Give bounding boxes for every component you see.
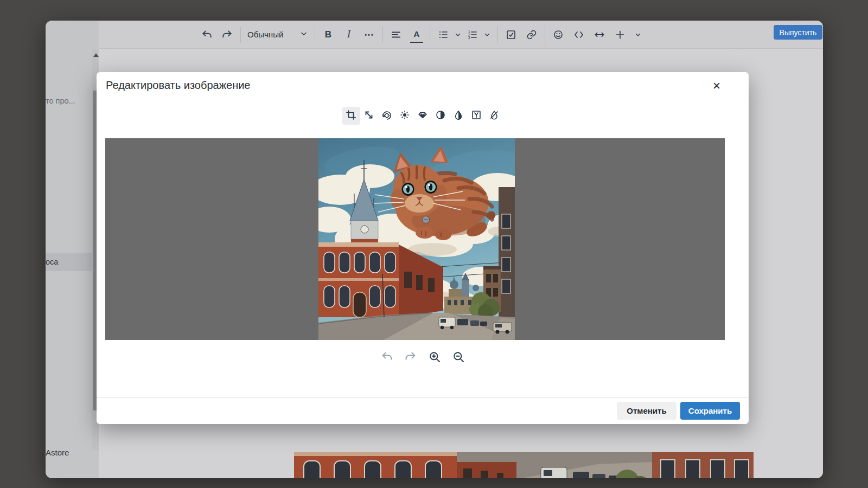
brightness-icon: [399, 110, 410, 122]
left-right-arrow-icon: [593, 29, 605, 41]
rotate-left-icon: [381, 110, 392, 122]
numbered-list-chevron[interactable]: [483, 27, 491, 43]
canvas-controls: [97, 350, 749, 365]
paragraph-style-dropdown[interactable]: Обычный: [247, 29, 308, 40]
contrast-tool-button[interactable]: [432, 107, 450, 125]
undo-icon: [380, 350, 393, 365]
redo-icon: [404, 350, 417, 365]
zoom-in-button[interactable]: [427, 350, 442, 365]
image-tools-row: [97, 107, 749, 125]
insert-block-button[interactable]: [614, 27, 627, 43]
align-left-icon: [391, 29, 401, 40]
droplet-half-icon: [453, 110, 464, 122]
saturation-tool-button[interactable]: [450, 107, 468, 125]
more-formatting-button[interactable]: •••: [363, 27, 376, 43]
italic-button[interactable]: I: [342, 27, 355, 43]
toolbar-separator: [240, 27, 241, 43]
toolbar-separator: [315, 27, 315, 43]
gem-icon: [417, 110, 428, 122]
insert-block-chevron[interactable]: [634, 27, 642, 43]
bold-button[interactable]: B: [322, 27, 335, 43]
grayscale-tool-button[interactable]: [468, 107, 486, 125]
close-button[interactable]: ✕: [707, 76, 726, 95]
brightness-tool-button[interactable]: [396, 107, 414, 125]
crop-tool-button[interactable]: [342, 107, 360, 125]
cat-street-scene: [318, 138, 515, 340]
numbered-list-icon: 123: [467, 29, 478, 40]
code-button[interactable]: [572, 27, 585, 43]
droplet-slash-icon: [489, 110, 500, 122]
crop-icon: [346, 110, 356, 122]
document-image-block[interactable]: [294, 452, 754, 478]
paragraph-style-value: Обычный: [247, 30, 283, 39]
undo-icon: [201, 29, 213, 41]
code-icon: [573, 29, 584, 40]
zoom-in-icon: [428, 350, 441, 365]
sidebar-item-selected-label: оса: [46, 253, 93, 271]
numbered-list-button[interactable]: 123: [466, 27, 479, 43]
redo-icon: [221, 29, 233, 41]
svg-text:3: 3: [468, 36, 470, 40]
canvas-redo-button[interactable]: [403, 350, 418, 365]
resize-tool-button[interactable]: [360, 107, 378, 125]
toolbar-separator: [497, 27, 498, 43]
bullet-list-button[interactable]: [437, 27, 450, 43]
blur-off-tool-button[interactable]: [486, 107, 503, 125]
checkbox-list-button[interactable]: [505, 27, 518, 43]
street-scene-bottom: [294, 452, 754, 478]
publish-button[interactable]: Выпустить: [774, 25, 822, 40]
sharpen-tool-button[interactable]: [414, 107, 432, 125]
link-icon: [526, 29, 537, 40]
edit-image-modal: Редактировать изображение ✕: [97, 72, 749, 424]
chevron-down-icon: [299, 29, 308, 40]
edit-canvas[interactable]: [105, 138, 725, 340]
full-width-button[interactable]: [593, 27, 606, 43]
cancel-button[interactable]: Отменить: [617, 402, 676, 420]
emoji-button[interactable]: [552, 27, 565, 43]
link-button[interactable]: [525, 27, 538, 43]
undo-button[interactable]: [200, 27, 213, 43]
save-button[interactable]: Сохранить: [680, 402, 740, 420]
emoji-icon: [553, 29, 564, 40]
edited-image[interactable]: [318, 138, 515, 340]
chevron-down-icon: [483, 31, 491, 38]
redo-button[interactable]: [221, 27, 234, 43]
editor-toolbar: Обычный B I ••• A: [99, 21, 823, 49]
resize-icon: [363, 110, 374, 122]
sidebar-item-selected[interactable]: оса: [46, 253, 93, 271]
sidebar: то про... оса Astore: [46, 21, 99, 478]
toolbar-separator: [430, 27, 430, 43]
bullet-list-icon: [438, 29, 449, 40]
modal-title: Редактировать изображение: [106, 79, 251, 92]
y-box-icon: [471, 110, 482, 122]
chevron-down-icon: [634, 31, 642, 38]
text-color-button[interactable]: A: [410, 27, 423, 43]
zoom-out-icon: [452, 350, 465, 365]
chevron-down-icon: [454, 31, 462, 38]
sidebar-item-truncated[interactable]: то про...: [46, 97, 92, 105]
contrast-icon: [435, 110, 446, 122]
modal-footer: Отменить Сохранить: [97, 397, 749, 424]
bullet-list-chevron[interactable]: [454, 27, 462, 43]
toolbar-separator: [382, 27, 383, 43]
toolbar-separator: [545, 27, 545, 43]
canvas-undo-button[interactable]: [379, 350, 394, 365]
align-button[interactable]: [390, 27, 403, 43]
zoom-out-button[interactable]: [451, 350, 466, 365]
scroll-up-arrow-icon[interactable]: [93, 53, 99, 57]
rotate-tool-button[interactable]: [378, 107, 396, 125]
sidebar-item-astore[interactable]: Astore: [46, 448, 92, 457]
plus-icon: [615, 29, 626, 40]
checkbox-icon: [506, 29, 516, 40]
